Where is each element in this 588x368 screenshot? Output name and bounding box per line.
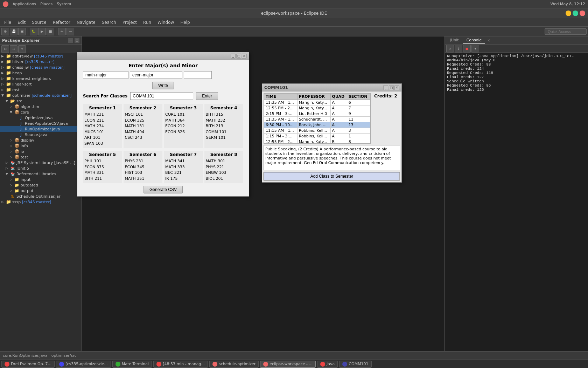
sidebar-tree[interactable]: ▶ 📁 adt-review [cs345 master] ▶ 📁 bitvec… [0,53,82,351]
applications-menu[interactable]: Applications [13,2,36,6]
tree-item-mst[interactable]: ▷ 📁 mst [0,87,82,93]
search-class-input[interactable] [130,92,193,100]
tree-item-info[interactable]: ▷ 📦 info [0,143,82,149]
major3-input[interactable] [184,71,212,79]
taskbar-item-cs335[interactable]: [cs335-optimizer-de... [56,361,111,368]
comm101-minimize-btn[interactable]: _ [383,85,388,90]
stop-button[interactable]: ■ [47,28,54,35]
menu-search[interactable]: Search [99,19,119,26]
maximize-panel-button[interactable]: □ [75,38,79,43]
menu-help[interactable]: Help [177,19,192,26]
table-row[interactable]: 11:35 AM - 1... Schuchardt, ... A 11 [264,117,370,122]
minimize-button[interactable] [566,11,571,16]
tree-item-jre[interactable]: ▷ 📚 JRE System Library [JavaSE-...] [0,160,82,165]
planner-maximize-btn[interactable]: □ [236,54,241,59]
menu-edit[interactable]: Edit [15,19,28,26]
tree-item-outdated[interactable]: ▷ 📁 outdated [0,182,82,188]
taskbar-item-comm101[interactable]: COMM101 [339,361,371,368]
package-explorer-header: Package Explorer — □ [0,36,82,45]
taskbar-item-schedule-optimizer[interactable]: schedule-optimizer [209,361,259,368]
tree-item-optimizer-java[interactable]: J Optimizer.java [0,115,82,121]
table-row[interactable]: 2:15 PM - 3:... Liu, Esther H.0 A 9 [264,111,370,117]
tree-item-knn[interactable]: ▷ 📁 k-nearest-neighbors [0,76,82,81]
minimize-panel-button[interactable]: — [68,38,73,43]
places-menu[interactable]: Places [40,2,52,6]
comm101-close-btn[interactable]: ✕ [394,85,399,90]
quick-access-input[interactable] [545,28,587,35]
planner-minimize-btn[interactable]: _ [231,54,236,59]
comm101-table-area: TIME PROFESSOR QUAD SECTION 11:35 AM - 1… [264,93,371,144]
close-console-tab[interactable]: ✕ [487,39,490,42]
save-button[interactable]: 💾 [10,28,18,35]
save-all-button[interactable]: ▣ [18,28,26,35]
course-item: PHYS 231 [125,158,161,164]
table-row[interactable]: 12:55 PM - 2... Mangin, Katy... A 7 [264,105,370,111]
table-row[interactable]: 11:35 AM - 1... Mangin, Katy... A 6 [264,100,370,105]
taskbar-item-48min[interactable]: [48:53 min - manag... [153,361,208,368]
console-menu-button[interactable]: ▾ [471,45,479,53]
write-button[interactable]: Write [152,82,174,89]
tree-item-output[interactable]: ▷ 📁 output [0,188,82,193]
tree-item-test[interactable]: ▷ 📦 test [0,154,82,160]
maximize-button[interactable] [573,11,578,16]
tree-item-core[interactable]: ▼ 📦 core [0,109,82,115]
comm101-table-scroll[interactable]: TIME PROFESSOR QUAD SECTION 11:35 AM - 1… [264,93,371,144]
menu-source[interactable]: Source [29,19,49,26]
menu-window[interactable]: Window [155,19,177,26]
menu-run[interactable]: Run [140,19,154,26]
table-row[interactable]: 6:30 PM - 10... Rorvik, John ... A 13 [264,122,370,128]
link-editor-button[interactable]: ⇔ [10,45,18,53]
taskbar-item-drei[interactable]: Drei Psalmen Op. 7... [1,361,55,368]
back-button[interactable]: ← [58,28,66,35]
major1-input[interactable] [83,71,128,79]
enter-button[interactable]: Enter [196,92,218,100]
tree-item-src[interactable]: ▼ 📂 src [0,98,82,104]
generate-csv-button[interactable]: Generate CSV [144,186,183,193]
tree-item-io[interactable]: ▷ 📦 io [0,149,82,154]
expand-arrow: ▷ [6,166,10,170]
tree-item-adt-review[interactable]: ▶ 📁 adt-review [cs345 master] [0,53,82,59]
tree-item-runoptimizer-java[interactable]: J RunOptimizer.java [0,126,82,132]
tree-item-algorithm[interactable]: ▷ 📦 algorithm [0,104,82,109]
tree-item-junit5[interactable]: ▷ 📚 JUnit 5 [0,165,82,171]
add-class-button[interactable]: Add Class to Semester [264,172,400,181]
tree-item-readpopulate-java[interactable]: J ReadPopulateCSV.java [0,121,82,126]
planner-close-btn[interactable]: ✕ [242,54,247,59]
system-menu[interactable]: System [57,2,71,6]
menu-project[interactable]: Project [120,19,140,26]
table-row[interactable]: 1:15 PM - 3:... Robbins, Kell... A 1 [264,134,370,139]
tree-item-linear-sort[interactable]: ▷ 📁 linear-sort [0,81,82,87]
tree-item-sssp[interactable]: ▷ 📁 sssp [cs345 master] [0,199,82,205]
sidebar-menu-button[interactable]: ▾ [18,45,26,53]
major2-input[interactable] [130,71,182,79]
menu-navigate[interactable]: Navigate [74,19,98,26]
menu-file[interactable]: File [1,19,14,26]
close-button[interactable] [580,11,585,16]
tree-item-heap[interactable]: ▶ 📁 heap [0,70,82,76]
taskbar-item-java[interactable]: Java [317,361,338,368]
tree-item-referenced-libraries[interactable]: ▼ 📚 Referenced Libraries [0,171,82,177]
new-button[interactable]: ⊕ [1,28,9,35]
tab-console[interactable]: Console [463,37,485,44]
tree-item-display[interactable]: ▷ 📦 display [0,137,82,143]
comm101-maximize-btn[interactable]: □ [389,85,394,90]
tree-item-chess[interactable]: ▷ 📁 chess-jw [chess-jw master] [0,64,82,70]
table-row[interactable]: 12:55 PM - 2... Mangin, Katy... B 8 [264,139,370,144]
run-button[interactable]: ▶ [38,28,46,35]
forward-button[interactable]: → [66,28,74,35]
tree-item-input[interactable]: ▷ 📁 input [0,177,82,182]
scroll-lock-button[interactable]: ⇓ [455,45,462,53]
collapse-all-button[interactable]: ⊟ [1,45,9,53]
tree-item-bitvec[interactable]: ▶ 📁 bitvec [cs345 master] [0,59,82,64]
taskbar-item-eclipse[interactable]: eclipse-workspace - ... [260,361,316,368]
debug-button[interactable]: 🐛 [30,28,37,35]
table-row[interactable]: 11:15 AM - 1... Robbins, Kell... A 3 [264,128,370,134]
tree-item-schedule-jar[interactable]: 🗜 Schedule-Optimizer.jar [0,193,82,199]
terminate-button[interactable]: ■ [463,45,471,53]
tab-junit[interactable]: JUnit [446,37,462,44]
menu-refactor[interactable]: Refactor [50,19,73,26]
taskbar-item-terminal[interactable]: Mate Terminal [112,361,152,368]
tree-item-optimizer[interactable]: ▼ 📁 optimizer [schedule-optimizer] [0,93,82,98]
clear-console-button[interactable]: ✕ [446,45,454,53]
tree-item-source-java[interactable]: J Source.java [0,132,82,137]
